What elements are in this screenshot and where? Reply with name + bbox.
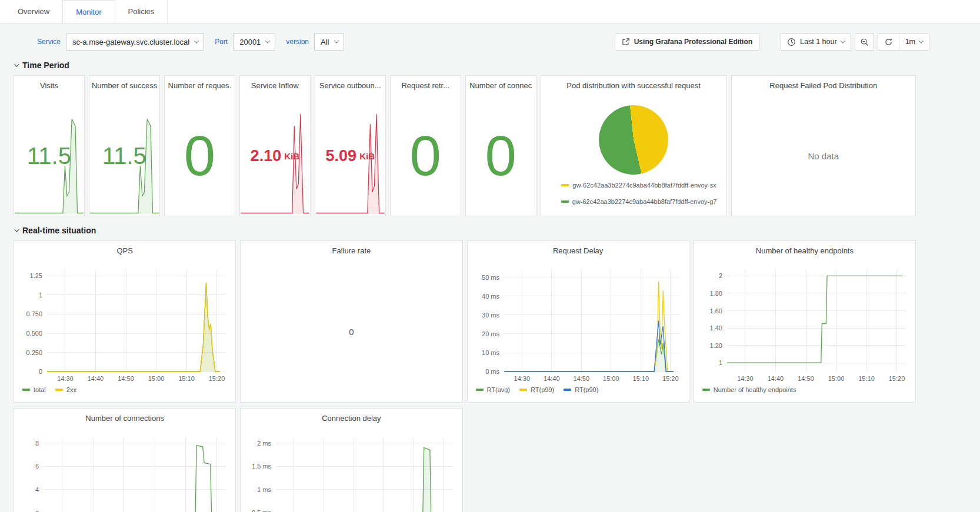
svg-text:0.250: 0.250 bbox=[26, 349, 42, 356]
svg-text:15:20: 15:20 bbox=[888, 375, 905, 382]
zoom-out-button[interactable] bbox=[855, 33, 874, 51]
stat-value: 0 bbox=[466, 96, 536, 216]
legend-item[interactable]: RT(avg) bbox=[476, 386, 511, 393]
legend-item[interactable]: gw-62c42aa3b2274c9aba44bb8faf7fddff-envo… bbox=[561, 182, 716, 189]
refresh-controls: 1m bbox=[878, 33, 929, 51]
svg-text:15:00: 15:00 bbox=[603, 375, 619, 382]
panel-title[interactable]: Failure rate bbox=[241, 241, 462, 261]
qps-chart[interactable]: 14:3014:4014:5015:0015:1015:2000.2500.50… bbox=[19, 264, 231, 384]
legend-item[interactable]: RT(p90) bbox=[564, 386, 598, 393]
refresh-interval-value: 1m bbox=[905, 38, 915, 46]
svg-text:1.80: 1.80 bbox=[709, 290, 722, 297]
panel-title[interactable]: Number of reques. bbox=[165, 76, 235, 96]
svg-text:1.20: 1.20 bbox=[709, 342, 722, 349]
stat-unit: KiB bbox=[284, 151, 299, 161]
pie-chart[interactable] bbox=[599, 105, 668, 175]
time-range-picker[interactable]: Last 1 hour bbox=[781, 33, 851, 51]
svg-text:14:50: 14:50 bbox=[573, 375, 589, 382]
svg-text:14:50: 14:50 bbox=[118, 375, 134, 382]
stats-row: Visits 11.5 Number of success 11.5 Numbe… bbox=[14, 75, 916, 216]
panel-visits: Visits 11.5 bbox=[14, 75, 85, 216]
panel-connections-chart: Number of connections 14:3014:4014:5015:… bbox=[14, 408, 236, 512]
external-link-icon bbox=[622, 38, 630, 46]
svg-text:15:10: 15:10 bbox=[632, 375, 649, 382]
chart-svg: 14:3014:4014:5015:0015:1015:200 ms0.5 ms… bbox=[245, 431, 457, 512]
healthy-endpoints-legend: Number of healthy endpoints bbox=[694, 384, 915, 398]
stat-value: 2.10 KiB bbox=[240, 96, 310, 216]
refresh-button[interactable] bbox=[878, 34, 899, 50]
svg-text:14:40: 14:40 bbox=[767, 375, 784, 382]
panel-title[interactable]: Request retr... bbox=[391, 76, 461, 96]
panel-healthy-endpoints: Number of healthy endpoints 14:3014:4014… bbox=[694, 240, 916, 403]
svg-text:15:00: 15:00 bbox=[828, 375, 844, 382]
panel-service-outbound: Service outboun... 5.09 KiB bbox=[315, 75, 386, 216]
panel-title[interactable]: Number of success bbox=[89, 76, 159, 96]
tab-overview[interactable]: Overview bbox=[5, 0, 63, 23]
legend-item[interactable]: RT(p99) bbox=[519, 386, 554, 393]
legend-swatch bbox=[476, 389, 484, 391]
svg-text:2: 2 bbox=[35, 510, 39, 512]
port-label: Port bbox=[215, 38, 228, 46]
panel-title[interactable]: Request Failed Pod Distribution bbox=[732, 76, 915, 96]
tab-bar: Overview Monitor Policies bbox=[0, 0, 980, 24]
panel-failed-pod-distribution: Request Failed Pod Distribution No data bbox=[731, 75, 916, 216]
panel-connection-delay: Connection delay 14:3014:4014:5015:0015:… bbox=[240, 408, 462, 512]
section-realtime[interactable]: Real-time situation bbox=[14, 226, 916, 235]
panel-title[interactable]: Service Inflow bbox=[240, 76, 310, 96]
connection-delay-chart[interactable]: 14:3014:4014:5015:0015:1015:200 ms0.5 ms… bbox=[245, 431, 457, 512]
svg-text:10 ms: 10 ms bbox=[482, 349, 499, 356]
panel-title[interactable]: Pod distribution with successful request bbox=[541, 76, 726, 96]
svg-text:1.25: 1.25 bbox=[30, 272, 42, 279]
chart-svg: 14:3014:4014:5015:0015:1015:200 ms10 ms2… bbox=[472, 264, 684, 384]
pie-legend: gw-62c42aa3b2274c9aba44bb8faf7fddff-envo… bbox=[553, 180, 723, 210]
svg-text:2: 2 bbox=[719, 272, 722, 279]
stat-unit: KiB bbox=[359, 151, 375, 161]
svg-text:0: 0 bbox=[39, 368, 42, 375]
panel-title[interactable]: Number of healthy endpoints bbox=[694, 241, 915, 261]
svg-text:1.5 ms: 1.5 ms bbox=[252, 463, 272, 470]
svg-text:1.40: 1.40 bbox=[709, 324, 722, 332]
healthy-endpoints-chart[interactable]: 14:3014:4014:5015:0015:1015:2011.201.401… bbox=[699, 264, 911, 384]
refresh-interval-select[interactable]: 1m bbox=[899, 34, 929, 50]
zoom-out-icon bbox=[860, 38, 869, 46]
legend-item[interactable]: gw-62c42aa3b2274c9aba44bb8faf7fddff-envo… bbox=[561, 198, 717, 205]
legend-item[interactable]: 2xx bbox=[55, 386, 76, 393]
version-select[interactable]: All bbox=[314, 33, 344, 51]
svg-text:50 ms: 50 ms bbox=[482, 274, 499, 281]
port-select[interactable]: 20001 bbox=[233, 33, 275, 51]
svg-text:30 ms: 30 ms bbox=[482, 312, 499, 319]
legend-item[interactable]: Number of healthy endpoints bbox=[702, 386, 796, 393]
tab-monitor[interactable]: Monitor bbox=[62, 0, 115, 23]
section-time-period[interactable]: Time Period bbox=[14, 61, 916, 70]
refresh-icon bbox=[884, 38, 893, 46]
panel-title[interactable]: Request Delay bbox=[468, 241, 689, 261]
stat-number: 5.09 bbox=[326, 147, 357, 165]
grafana-edition-label: Using Grafana Professional Edition bbox=[634, 38, 752, 46]
service-select[interactable]: sc-a.mse-gateway.svc.cluster.local bbox=[66, 33, 204, 51]
svg-text:15:20: 15:20 bbox=[662, 375, 679, 382]
panel-failure-rate: Failure rate 0 bbox=[240, 240, 462, 403]
chevron-down-icon bbox=[919, 38, 924, 43]
panel-title[interactable]: Service outboun... bbox=[315, 76, 385, 96]
svg-text:1: 1 bbox=[39, 292, 42, 299]
panel-title[interactable]: Number of connections bbox=[14, 409, 235, 429]
grafana-edition-button[interactable]: Using Grafana Professional Edition bbox=[615, 33, 759, 51]
toolbar: Service sc-a.mse-gateway.svc.cluster.loc… bbox=[37, 32, 929, 51]
panel-title[interactable]: Visits bbox=[14, 76, 84, 96]
panel-request-count: Number of reques. 0 bbox=[164, 75, 235, 216]
svg-text:14:40: 14:40 bbox=[544, 375, 560, 382]
panel-title[interactable]: Connection delay bbox=[241, 409, 462, 429]
tab-policies[interactable]: Policies bbox=[115, 0, 168, 23]
panel-title[interactable]: Number of connec bbox=[466, 76, 536, 96]
legend-item[interactable]: total bbox=[22, 386, 46, 393]
stat-value: 5.09 KiB bbox=[315, 96, 385, 216]
panel-title[interactable]: QPS bbox=[14, 241, 235, 261]
chart-svg: 14:3014:4014:5015:0015:1015:2011.201.401… bbox=[699, 264, 911, 384]
panel-service-inflow: Service Inflow 2.10 KiB bbox=[239, 75, 311, 216]
connections-chart[interactable]: 14:3014:4014:5015:0015:1015:2002468 bbox=[19, 431, 231, 512]
stat-value: 0 bbox=[165, 96, 235, 216]
request-delay-chart[interactable]: 14:3014:4014:5015:0015:1015:200 ms10 ms2… bbox=[472, 264, 684, 384]
request-delay-legend: RT(avg)RT(p99)RT(p90) bbox=[468, 384, 689, 398]
chevron-down-icon bbox=[194, 38, 199, 43]
service-label: Service bbox=[37, 38, 61, 46]
